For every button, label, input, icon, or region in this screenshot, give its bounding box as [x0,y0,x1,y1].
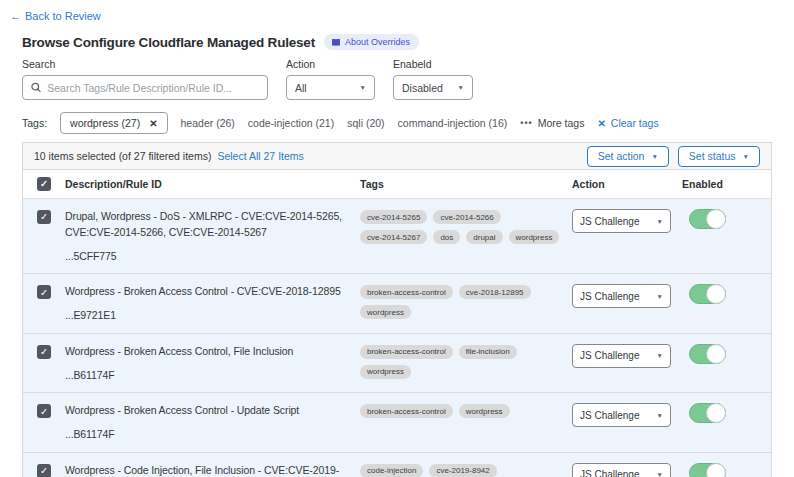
search-filter-group: Search [22,58,268,100]
chevron-down-icon: ▼ [360,84,366,91]
tag-pill: wordpress [360,305,411,319]
rule-description: Wordpress - Broken Access Control - CVE:… [65,284,344,300]
back-to-review-link[interactable]: ← Back to Review [10,10,101,22]
row-checkbox[interactable]: ✓ [37,210,51,224]
toggle-knob [706,344,726,364]
tag-option-header[interactable]: header (26) [181,117,235,129]
chevron-down-icon: ▼ [651,153,657,160]
tag-pill: cve-2018-12895 [459,285,531,299]
rule-action-value: JS Challenge [580,469,639,477]
row-checkbox[interactable]: ✓ [37,345,51,359]
tag-pill: code-injection [360,464,423,477]
search-input[interactable] [47,82,259,94]
select-all-checkbox[interactable]: ✓ [37,177,51,191]
clear-tags-button[interactable]: ✕ Clear tags [597,117,658,129]
rule-description: Drupal, Wordpress - DoS - XMLRPC - CVE:C… [65,209,344,241]
row-checkbox[interactable]: ✓ [37,285,51,299]
chevron-down-icon: ▼ [743,153,749,160]
set-action-button[interactable]: Set action ▼ [587,146,669,167]
page-header: Browse Configure Cloudflare Managed Rule… [22,34,794,50]
search-label: Search [22,58,268,70]
action-filter-select[interactable]: All ▼ [286,75,375,100]
rule-id: ...5CFF775 [65,249,344,265]
selected-tag-label: wordpress (27) [70,117,140,129]
tag-pill: cve-2014-5267 [360,230,427,244]
tag-pill: dos [433,230,460,244]
table-row: ✓ Wordpress - Broken Access Control - Up… [23,393,771,453]
enabled-toggle[interactable] [689,209,726,229]
row-checkbox[interactable]: ✓ [37,404,51,418]
about-overrides-badge[interactable]: About Overrides [324,34,419,50]
tag-pill: broken-access-control [360,285,453,299]
selected-tag-chip[interactable]: wordpress (27) ✕ [60,112,167,134]
table-row: ✓ Wordpress - Broken Access Control - CV… [23,274,771,334]
remove-tag-icon[interactable]: ✕ [149,118,157,129]
rule-action-value: JS Challenge [580,410,639,421]
rules-table: ✓ Description/Rule ID Tags Action Enable… [22,170,772,477]
tag-pill: broken-access-control [360,404,453,418]
rule-id: ...B61174F [65,427,344,443]
chevron-down-icon: ▼ [657,471,663,477]
rule-tags: broken-access-controlcve-2018-12895wordp… [360,284,562,319]
rule-tags: cve-2014-5265cve-2014-5266cve-2014-5267d… [360,209,562,244]
back-arrow-icon: ← [10,10,21,22]
rule-action-value: JS Challenge [580,350,639,361]
rule-action-value: JS Challenge [580,291,639,302]
ellipsis-icon: ••• [520,118,532,128]
rule-tags: broken-access-controlwordpress [360,403,562,418]
select-all-link[interactable]: Select All 27 Items [217,150,303,162]
chevron-down-icon: ▼ [657,352,663,359]
rule-action-value: JS Challenge [580,216,639,227]
tag-pill: broken-access-control [360,345,453,359]
column-header-description: Description/Rule ID [65,178,360,190]
filter-bar: Search Action All ▼ Enabeld Disabled ▼ [22,58,794,100]
tags-bar: Tags: wordpress (27) ✕ header (26) code-… [22,112,794,134]
more-tags-button[interactable]: ••• More tags [520,117,584,129]
enabled-filter-group: Enabeld Disabled ▼ [393,58,473,100]
rule-id: ...B61174F [65,368,344,384]
enabled-filter-select[interactable]: Disabled ▼ [393,75,473,100]
column-header-tags: Tags [360,178,572,190]
action-filter-group: Action All ▼ [286,58,375,100]
chevron-down-icon: ▼ [657,412,663,419]
tags-label: Tags: [22,117,47,129]
chevron-down-icon: ▼ [458,84,464,91]
column-header-enabled: Enabled [682,178,771,190]
rule-action-select[interactable]: JS Challenge ▼ [572,284,671,308]
tag-pill: wordpress [459,404,510,418]
action-filter-value: All [295,82,307,94]
enabled-toggle[interactable] [689,284,726,304]
row-checkbox[interactable]: ✓ [37,464,51,477]
clear-x-icon: ✕ [597,118,605,129]
enabled-toggle[interactable] [689,344,726,364]
tag-pill: cve-2014-5266 [433,210,500,224]
enabled-toggle[interactable] [689,403,726,423]
toggle-knob [706,403,726,423]
chevron-down-icon: ▼ [657,218,663,225]
back-link-label: Back to Review [25,10,101,22]
toggle-knob [706,209,726,229]
set-action-label: Set action [598,150,645,162]
set-status-button[interactable]: Set status ▼ [678,146,760,167]
rule-action-select[interactable]: JS Challenge ▼ [572,463,671,477]
table-header-row: ✓ Description/Rule ID Tags Action Enable… [23,170,771,199]
toggle-knob [706,284,726,304]
enabled-toggle[interactable] [689,463,726,477]
chevron-down-icon: ▼ [657,293,663,300]
table-row: ✓ Drupal, Wordpress - DoS - XMLRPC - CVE… [23,199,771,274]
tag-option-sqli[interactable]: sqli (20) [347,117,384,129]
book-icon [331,38,341,47]
table-body: ✓ Drupal, Wordpress - DoS - XMLRPC - CVE… [23,199,771,477]
tag-pill: cve-2019-8942 [429,464,496,477]
tag-option-code-injection[interactable]: code-injection (21) [248,117,334,129]
rule-description: Wordpress - Broken Access Control - Upda… [65,403,344,419]
rule-action-select[interactable]: JS Challenge ▼ [572,209,671,233]
rule-action-select[interactable]: JS Challenge ▼ [572,403,671,427]
about-badge-label: About Overrides [345,37,410,47]
rule-id: ...E9721E1 [65,308,344,324]
tag-option-command-injection[interactable]: command-injection (16) [398,117,508,129]
enabled-filter-label: Enabeld [393,58,473,70]
rule-action-select[interactable]: JS Challenge ▼ [572,344,671,368]
rule-tags: code-injectioncve-2019-8942cve-2019-8943… [360,463,562,477]
action-filter-label: Action [286,58,375,70]
